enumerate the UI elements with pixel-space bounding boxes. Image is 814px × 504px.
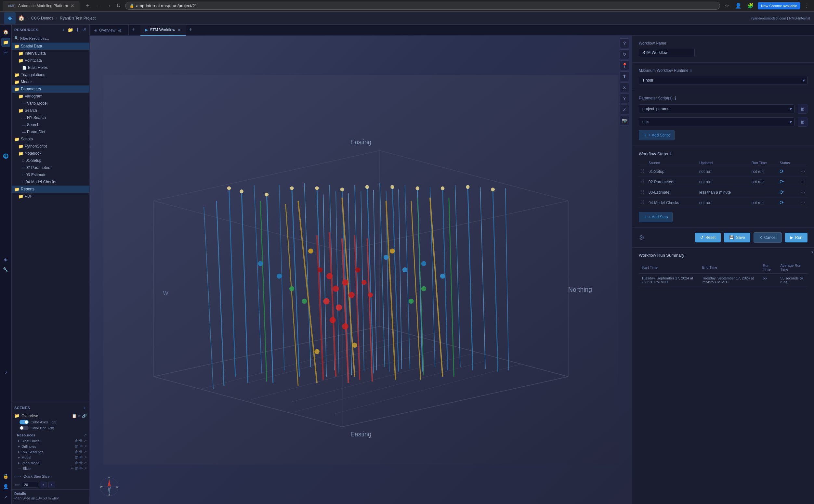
tree-item-python-script[interactable]: 📁 PythonScript [12, 143, 89, 150]
resource-row-vario-model[interactable]: ▸ Vario Model 🗑 👁 ↗ [12, 460, 89, 466]
filter-resources[interactable]: 🔍 Filter Resources... [12, 35, 89, 41]
nav-diamond-btn[interactable]: ◈ [1, 255, 10, 264]
tree-item-triangulations[interactable]: 📁 Triangulations [12, 71, 89, 78]
tree-item-interval-data[interactable]: 📁 IntervalData [12, 50, 89, 57]
nav-globe-btn[interactable]: 🌐 [1, 151, 10, 161]
nav-resources-btn[interactable]: 📁 [1, 38, 10, 47]
scene-copy-btn[interactable]: 📋 [72, 414, 77, 418]
tab-stm-workflow[interactable]: ▶ STM Workflow ✕ [140, 25, 186, 36]
resource-row-lva-searches[interactable]: ▸ LVA Searches 🗑 👁 ↗ [12, 449, 89, 455]
address-bar[interactable]: 🔒 amp-internal.rmsp.run/project/21 [125, 2, 720, 10]
tree-item-02-parameters[interactable]: □ 02-Parameters [12, 164, 89, 171]
forward-button[interactable]: → [104, 2, 113, 10]
tab-add-btn-2[interactable]: + [186, 26, 195, 35]
scene-link-btn[interactable]: 🔗 [82, 414, 87, 418]
scripts-info-icon[interactable]: ℹ [675, 96, 676, 101]
drag-handle-model-checks[interactable]: ⠿ [641, 200, 645, 205]
tree-item-models[interactable]: 📁 Models [12, 78, 89, 85]
extensions-button[interactable]: 🧩 [745, 1, 756, 10]
tree-item-hy-search[interactable]: — HY Search [12, 114, 89, 121]
chrome-menu-button[interactable]: ⋮ [802, 1, 811, 10]
step-1-menu-btn[interactable]: ⋯ [800, 169, 806, 174]
step-3-menu-btn[interactable]: ⋯ [800, 189, 806, 195]
vario-eye-btn[interactable]: 👁 [79, 461, 83, 465]
tree-item-vario-model[interactable]: — Vario Model [12, 100, 89, 107]
step-2-menu-btn[interactable]: ⋯ [800, 179, 806, 185]
overview-maximize-btn[interactable]: ⊞ [117, 28, 121, 33]
blast-holes-eye-btn[interactable]: 👁 [79, 439, 83, 443]
stm-tab-close[interactable]: ✕ [177, 27, 181, 32]
nav-home-btn[interactable]: 🏠 [1, 27, 10, 36]
step-forward-btn[interactable]: › [48, 482, 55, 488]
add-step-btn[interactable]: + + Add Step [639, 212, 673, 222]
workflow-name-input[interactable] [639, 48, 695, 57]
slicer-delete-btn[interactable]: 🗑 [75, 466, 78, 471]
back-button[interactable]: ← [94, 2, 103, 10]
add-folder-btn[interactable]: 📁 [67, 27, 74, 33]
nav-share-btn[interactable]: ↗ [1, 492, 10, 501]
run-button[interactable]: ▶ Run [785, 233, 808, 242]
resource-row-model[interactable]: ▸ Model 🗑 👁 ↗ [12, 455, 89, 460]
tab-add-btn-1[interactable]: + [129, 26, 138, 35]
resource-list-external-btn[interactable]: ↗ [84, 433, 87, 437]
reset-button[interactable]: ↺ Reset [695, 233, 721, 242]
resource-row-blast-holes[interactable]: ▸ Blast Holes 🗑 👁 ↗ [12, 438, 89, 444]
step-back-btn[interactable]: ‹ [40, 482, 46, 488]
tree-item-blast-holes[interactable]: 📄 Blast Holes [12, 64, 89, 71]
runtime-info-icon[interactable]: ℹ [690, 68, 692, 73]
tree-item-parameters[interactable]: 📁 Parameters [12, 85, 89, 93]
stm-tab-add[interactable]: + [186, 26, 195, 35]
tree-item-pdf[interactable]: 📁 PDF [12, 193, 89, 200]
script-1-delete-btn[interactable]: 🗑 [798, 104, 808, 114]
runtime-select[interactable]: 1 hour 2 hours 4 hours 8 hours No limit [639, 76, 808, 85]
profile-button[interactable]: 👤 [733, 1, 743, 10]
blast-holes-delete-btn[interactable]: 🗑 [75, 439, 78, 443]
nav-layers-btn[interactable]: ☰ [1, 48, 10, 57]
tree-item-01-setup[interactable]: □ 01-Setup [12, 157, 89, 164]
refresh-btn[interactable]: ↺ [82, 27, 87, 33]
script-2-select[interactable]: utils project_params [639, 117, 795, 126]
drillholes-link-btn[interactable]: ↗ [84, 444, 87, 448]
bookmark-button[interactable]: ☆ [723, 1, 731, 10]
overview-tab-add[interactable]: + [129, 26, 138, 35]
slicer-link-btn[interactable]: ↗ [84, 466, 87, 471]
upload-btn[interactable]: ⬆ [75, 27, 80, 33]
browser-tab-active[interactable]: AMP Automatic Modeling Platform ✕ [3, 1, 80, 11]
tree-item-search[interactable]: 📁 Search [12, 107, 89, 114]
tree-item-param-dict[interactable]: — ParamDict [12, 128, 89, 136]
blast-holes-link-btn[interactable]: ↗ [84, 439, 87, 443]
vp-y-axis-btn[interactable]: Y [620, 94, 629, 103]
step-4-menu-btn[interactable]: ⋯ [800, 200, 806, 205]
tree-item-notebook[interactable]: 📁 Notebook [12, 150, 89, 157]
settings-gear-icon[interactable]: ⚙ [639, 234, 645, 241]
nav-security-btn[interactable]: 🔒 [1, 472, 10, 481]
add-scene-btn[interactable]: + [83, 405, 87, 411]
vp-z-axis-btn[interactable]: Z [620, 105, 629, 114]
model-eye-btn[interactable]: 👁 [79, 455, 83, 459]
drillholes-delete-btn[interactable]: 🗑 [75, 444, 78, 448]
vario-delete-btn[interactable]: 🗑 [75, 461, 78, 465]
model-link-btn[interactable]: ↗ [84, 455, 87, 459]
drag-handle-estimate[interactable]: ⠿ [641, 189, 645, 195]
drag-handle-setup[interactable]: ⠿ [641, 169, 645, 174]
drillholes-eye-btn[interactable]: 👁 [79, 444, 83, 448]
lva-delete-btn[interactable]: 🗑 [75, 450, 78, 454]
resource-row-slicer[interactable]: — Slicer ✏ 🗑 👁 ↗ [12, 466, 89, 471]
scene-edit-btn[interactable]: ✏ [78, 414, 81, 418]
breadcrumb-project[interactable]: RyanB's Test Project [60, 16, 96, 20]
reload-button[interactable]: ↻ [114, 1, 123, 10]
steps-info-icon[interactable]: ℹ [670, 151, 672, 156]
vp-camera-btn[interactable]: 📷 [620, 116, 629, 125]
breadcrumb-home[interactable]: 🏠 [18, 15, 25, 21]
scene-item-overview[interactable]: 📁 Overview 📋 ✏ 🔗 [12, 412, 89, 419]
vp-up-btn[interactable]: ⬆ [620, 71, 629, 81]
tree-item-point-data[interactable]: 📁 PointData [12, 57, 89, 64]
tab-overview[interactable]: ◈ Overview ⊞ [90, 25, 129, 36]
step-value-input[interactable] [22, 482, 38, 488]
vario-link-btn[interactable]: ↗ [84, 461, 87, 465]
browser-tab-close[interactable]: ✕ [71, 3, 74, 8]
tree-item-search-file[interactable]: — Search [12, 121, 89, 128]
lva-eye-btn[interactable]: 👁 [79, 450, 83, 454]
slicer-eye-btn[interactable]: 👁 [79, 466, 83, 471]
cube-axes-toggle[interactable] [19, 420, 29, 424]
